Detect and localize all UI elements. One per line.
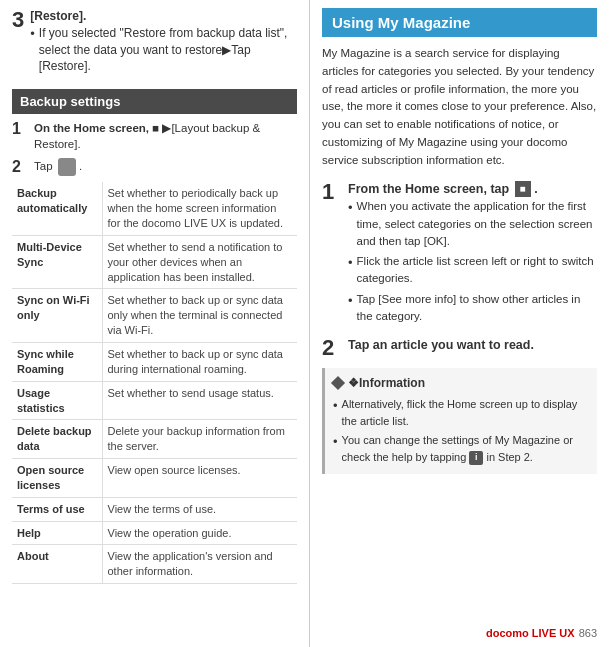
table-cell-label: Multi-Device Sync — [12, 235, 102, 289]
settings-table: Backup automaticallySet whether to perio… — [12, 182, 297, 584]
table-cell-label: Usage statistics — [12, 381, 102, 420]
tap-icon — [58, 158, 76, 176]
table-cell-label: About — [12, 545, 102, 584]
home-icon: ■ — [515, 181, 531, 197]
diamond-icon — [331, 376, 345, 390]
bullet-text: When you activate the application for th… — [357, 198, 597, 250]
info-inline-icon: i — [469, 451, 483, 465]
table-cell-label: Backup automatically — [12, 182, 102, 235]
info-title: ❖Information — [333, 374, 589, 392]
table-row: Sync while RoamingSet whether to back up… — [12, 342, 297, 381]
table-row: Sync on Wi-Fi onlySet whether to back up… — [12, 289, 297, 343]
table-cell-value: View the operation guide. — [102, 521, 297, 545]
intro-text: My Magazine is a search service for disp… — [322, 45, 597, 170]
right-bullet: •When you activate the application for t… — [348, 198, 597, 250]
right-bullet: •Tap [See more info] to show other artic… — [348, 291, 597, 326]
table-row: Multi-Device SyncSet whether to send a n… — [12, 235, 297, 289]
right-step2-title: Tap an article you want to read. — [348, 338, 534, 352]
page-number: 863 — [579, 627, 597, 639]
substep2-number: 2 — [12, 158, 28, 176]
step1-period: . — [534, 182, 537, 196]
table-row: HelpView the operation guide. — [12, 521, 297, 545]
table-row: AboutView the application's version and … — [12, 545, 297, 584]
substep1-prefix: ■ — [152, 122, 162, 134]
right-step1-number: 1 — [322, 180, 342, 204]
left-column: 3 [Restore]. • If you selected "Restore … — [0, 0, 310, 647]
step3-number: 3 — [12, 8, 24, 32]
right-step2-number: 2 — [322, 336, 342, 360]
table-row: Delete backup dataDelete your backup inf… — [12, 420, 297, 459]
info-box: ❖Information •Alternatively, flick the H… — [322, 368, 597, 474]
right-step1: 1 From the Home screen, tap ■ . •When yo… — [322, 180, 597, 329]
substep1: 1 On the Home screen, ■ ▶[Layout backup … — [12, 120, 297, 152]
right-bullet: •Flick the article list screen left or r… — [348, 253, 597, 288]
right-step1-title: From the Home screen, tap ■ . — [348, 180, 597, 199]
step3-bullet: • If you selected "Restore from backup d… — [30, 25, 297, 75]
bullet-dot: • — [348, 198, 353, 218]
table-cell-value: Delete your backup information from the … — [102, 420, 297, 459]
right-column: Using My Magazine My Magazine is a searc… — [310, 0, 609, 647]
right-step1-content: From the Home screen, tap ■ . •When you … — [348, 180, 597, 329]
table-row: Terms of useView the terms of use. — [12, 497, 297, 521]
bullet-text: Alternatively, flick the Home screen up … — [342, 396, 589, 429]
table-cell-value: Set whether to send usage status. — [102, 381, 297, 420]
bullet-dot: • — [348, 291, 353, 311]
table-cell-value: Set whether to periodically back up when… — [102, 182, 297, 235]
table-cell-value: View the application's version and other… — [102, 545, 297, 584]
bullet-text: Flick the article list screen left or ri… — [357, 253, 597, 288]
substep2-content: Tap . — [34, 158, 82, 176]
tap-period: . — [79, 160, 82, 172]
table-cell-label: Open source licenses — [12, 459, 102, 498]
brand-label: docomo LIVE UX — [486, 627, 575, 639]
bullet-dot: • — [348, 253, 353, 273]
table-cell-label: Help — [12, 521, 102, 545]
step3-header: 3 [Restore]. • If you selected "Restore … — [12, 8, 297, 79]
table-cell-label: Delete backup data — [12, 420, 102, 459]
page-footer: docomo LIVE UX 863 — [486, 627, 597, 639]
table-cell-value: Set whether to send a notification to yo… — [102, 235, 297, 289]
table-cell-value: View the terms of use. — [102, 497, 297, 521]
bullet-dot: • — [30, 25, 35, 43]
table-cell-label: Terms of use — [12, 497, 102, 521]
right-step2: 2 Tap an article you want to read. — [322, 336, 597, 360]
right-step2-content: Tap an article you want to read. — [348, 336, 534, 355]
step3-title: [Restore]. • If you selected "Restore fr… — [30, 8, 297, 79]
bullet-dot: • — [333, 432, 338, 452]
backup-settings-header: Backup settings — [12, 89, 297, 114]
info-bullet: •You can change the settings of My Magaz… — [333, 432, 589, 465]
table-cell-value: Set whether to back up or sync data only… — [102, 289, 297, 343]
bullet-text: Tap [See more info] to show other articl… — [357, 291, 597, 326]
right-step1-bullets: •When you activate the application for t… — [348, 198, 597, 325]
substep2: 2 Tap . — [12, 158, 297, 176]
substep1-content: On the Home screen, ■ ▶[Layout backup & … — [34, 120, 297, 152]
info-bullet: •Alternatively, flick the Home screen up… — [333, 396, 589, 429]
info-bullets: •Alternatively, flick the Home screen up… — [333, 396, 589, 465]
table-cell-value: View open source licenses. — [102, 459, 297, 498]
section-title-blue: Using My Magazine — [322, 8, 597, 37]
table-cell-label: Sync while Roaming — [12, 342, 102, 381]
table-cell-label: Sync on Wi-Fi only — [12, 289, 102, 343]
table-row: Backup automaticallySet whether to perio… — [12, 182, 297, 235]
bullet-dot: • — [333, 396, 338, 416]
table-cell-value: Set whether to back up or sync data duri… — [102, 342, 297, 381]
substep1-number: 1 — [12, 120, 28, 138]
table-row: Open source licensesView open source lic… — [12, 459, 297, 498]
table-row: Usage statisticsSet whether to send usag… — [12, 381, 297, 420]
bullet-text: You can change the settings of My Magazi… — [342, 432, 589, 465]
